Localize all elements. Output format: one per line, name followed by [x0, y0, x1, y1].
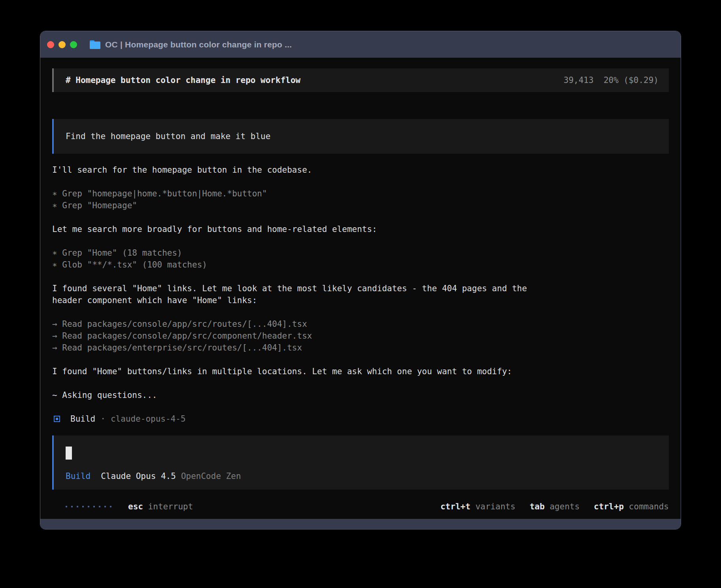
assistant-text: I found "Home" buttons/links in multiple…	[52, 366, 669, 377]
footer-bar: esc interrupt ctrl+t variants tab agents…	[52, 490, 669, 519]
spinner-dot	[88, 506, 89, 507]
assistant-text: Let me search more broadly for buttons a…	[52, 223, 669, 235]
spinner-dot	[82, 506, 84, 507]
folder-icon	[90, 40, 100, 49]
text-cursor	[66, 447, 72, 460]
close-button[interactable]	[47, 41, 54, 48]
spinner-dot	[71, 506, 73, 507]
tool-call-read: → Read packages/console/app/src/routes/[…	[52, 318, 669, 330]
hint-commands: ctrl+p commands	[594, 502, 669, 511]
assistant-text: I found several "Home" links. Let me loo…	[52, 283, 669, 294]
user-message: Find the homepage button and make it blu…	[52, 119, 669, 154]
titlebar: OC | Homepage button color change in rep…	[40, 31, 681, 58]
assistant-text: header component which have "Home" links…	[52, 294, 669, 306]
desktop: OC | Homepage button color change in rep…	[0, 0, 721, 588]
hint-variants: ctrl+t variants	[440, 502, 515, 511]
spinner-dot	[99, 506, 100, 507]
input-model-label[interactable]: Claude Opus 4.5	[101, 471, 176, 481]
terminal-window: OC | Homepage button color change in rep…	[40, 31, 681, 530]
agent-badge-icon	[54, 416, 60, 422]
tool-call-grep: ∗ Grep "homepage|home.*button|Home.*butt…	[52, 188, 669, 200]
minimize-button[interactable]	[59, 41, 66, 48]
footer-shortcuts: ctrl+t variants tab agents ctrl+p comman…	[440, 502, 669, 511]
prompt-input[interactable]: Build Claude Opus 4.5 OpenCode Zen	[52, 435, 669, 490]
tool-call-read: → Read packages/console/app/src/componen…	[52, 330, 669, 342]
spinner-dot	[110, 506, 111, 507]
agent-status-line: Build · claude-opus-4-5	[52, 413, 669, 425]
session-title: # Homepage button color change in repo w…	[66, 75, 300, 85]
tool-call-read: → Read packages/enterprise/src/routes/[.…	[52, 342, 669, 354]
spinner-dot	[77, 506, 78, 507]
spinner-dot	[104, 506, 106, 507]
spinner-dot	[66, 506, 67, 507]
tool-call-glob: ∗ Glob "**/*.tsx" (100 matches)	[52, 259, 669, 271]
session-token-stats: 39,413 20% ($0.29)	[564, 75, 659, 85]
spinner-dots-icon	[66, 506, 111, 507]
input-status-bar: Build Claude Opus 4.5 OpenCode Zen	[66, 471, 657, 481]
agent-model: claude-opus-4-5	[111, 414, 186, 424]
hint-interrupt: esc interrupt	[128, 502, 193, 511]
zoom-button[interactable]	[70, 41, 77, 48]
tool-call-grep: ∗ Grep "Home" (18 matches)	[52, 247, 669, 259]
hint-agents: tab agents	[530, 502, 579, 511]
transcript: I'll search for the homepage button in t…	[52, 164, 669, 425]
tool-call-grep: ∗ Grep "Homepage"	[52, 200, 669, 211]
assistant-text: I'll search for the homepage button in t…	[52, 164, 669, 176]
separator-dot: ·	[100, 414, 106, 424]
input-agent-label[interactable]: Build	[66, 471, 91, 481]
spinner-dot	[93, 506, 95, 507]
window-bottom-strip	[40, 519, 681, 529]
input-provider-label: OpenCode Zen	[181, 471, 241, 481]
agent-name: Build	[70, 414, 95, 424]
terminal-content: # Homepage button color change in repo w…	[40, 58, 681, 519]
session-header: # Homepage button color change in repo w…	[52, 68, 669, 92]
window-title: OC | Homepage button color change in rep…	[105, 40, 292, 49]
assistant-status-text: ~ Asking questions...	[52, 389, 669, 401]
user-message-text: Find the homepage button and make it blu…	[66, 132, 270, 141]
